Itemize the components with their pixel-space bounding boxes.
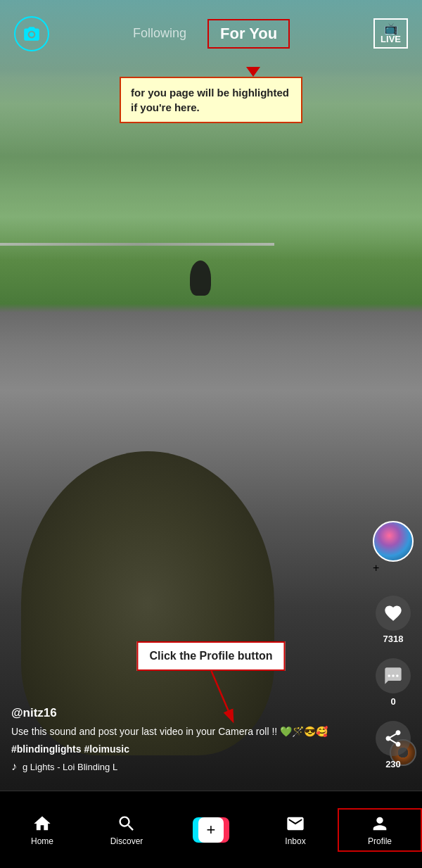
profile-label: Profile: [368, 836, 392, 846]
creator-avatar[interactable]: [373, 521, 414, 562]
comment-count: 0: [390, 696, 395, 707]
search-icon: [117, 814, 136, 834]
add-button[interactable]: +: [193, 817, 229, 843]
music-text: g Lights - Loi Blinding L: [23, 762, 117, 772]
camera-icon: [23, 25, 41, 43]
tooltip-text: for you page will be highlighted if you'…: [131, 87, 289, 113]
profile-icon: [370, 814, 390, 834]
profile-nav-item[interactable]: Profile: [338, 808, 422, 852]
like-count: 7318: [383, 634, 404, 644]
nav-tabs: Following For You: [133, 19, 290, 49]
live-button[interactable]: 📺 LIVE: [373, 18, 408, 49]
home-icon: [32, 814, 52, 834]
music-note-icon: ♪: [11, 760, 17, 773]
home-label: Home: [31, 836, 53, 846]
inbox-icon: [286, 814, 305, 834]
tv-icon: 📺: [384, 23, 398, 35]
camera-button[interactable]: [14, 16, 49, 51]
bottom-navigation: Home Discover + Inbox: [0, 791, 422, 868]
following-tab[interactable]: Following: [133, 26, 186, 41]
inbox-label: Inbox: [285, 836, 305, 846]
svg-line-4: [211, 671, 232, 720]
foryou-tab[interactable]: For You: [207, 19, 290, 49]
comment-button[interactable]: 0: [376, 658, 411, 707]
right-sidebar: + 7318 0: [373, 521, 414, 769]
discover-label: Discover: [110, 836, 143, 846]
comment-icon: [383, 666, 403, 686]
guardrail: [0, 243, 274, 246]
hashtags: #blindinglights #loimusic: [11, 743, 359, 755]
music-info: ♪ g Lights - Loi Blinding L: [11, 760, 359, 773]
top-navigation: Following For You 📺 LIVE: [0, 0, 422, 63]
foryou-tooltip: for you page will be highlighted if you'…: [120, 67, 302, 123]
share-count: 230: [385, 759, 401, 769]
discover-nav-item[interactable]: Discover: [84, 808, 169, 852]
tooltip-arrow: [246, 67, 260, 77]
share-icon-container: [376, 721, 411, 756]
live-label: LIVE: [381, 34, 401, 44]
profile-annotation: Click the Profile button: [136, 641, 285, 727]
like-icon-container: [376, 596, 411, 631]
tooltip-bubble: for you page will be highlighted if you'…: [120, 77, 302, 123]
share-icon: [383, 729, 403, 748]
annotation-text: Click the Profile button: [149, 650, 272, 662]
like-button[interactable]: 7318: [376, 596, 411, 644]
add-button-inner: +: [193, 817, 229, 843]
annotation-callout: Click the Profile button: [136, 641, 285, 671]
comment-icon-container: [376, 658, 411, 693]
inbox-nav-item[interactable]: Inbox: [253, 808, 338, 852]
add-nav-item[interactable]: +: [169, 812, 253, 848]
phone-container: Following For You 📺 LIVE for you page wi…: [0, 0, 422, 868]
annotation-arrow: [169, 671, 253, 727]
follow-plus-button[interactable]: +: [373, 562, 414, 574]
heart-icon: [383, 603, 403, 623]
share-button[interactable]: 230: [376, 721, 411, 769]
home-nav-item[interactable]: Home: [0, 808, 84, 852]
creator-avatar-container: +: [373, 521, 414, 574]
cyclist-figure: [190, 260, 211, 296]
add-btn-white: +: [198, 817, 224, 843]
